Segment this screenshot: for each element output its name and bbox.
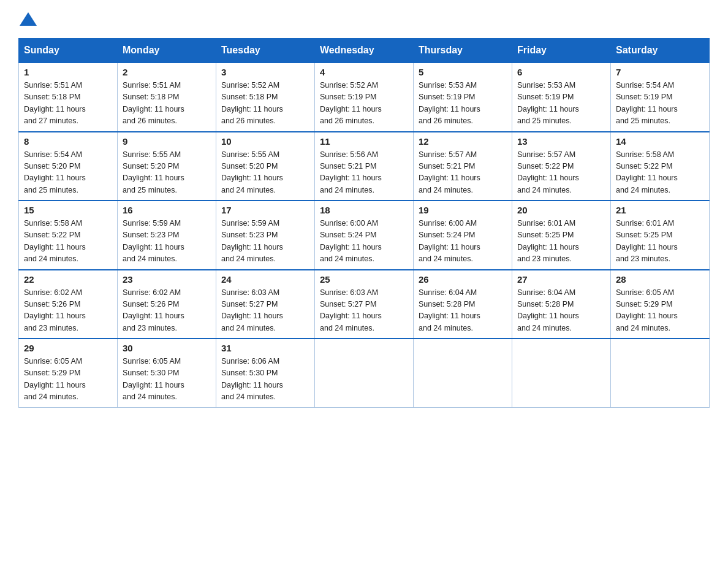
calendar-header: Sunday Monday Tuesday Wednesday Thursday… bbox=[19, 39, 710, 63]
day-number: 8 bbox=[24, 136, 112, 147]
day-info: Sunrise: 6:05 AMSunset: 5:29 PMDaylight:… bbox=[616, 288, 678, 332]
day-number: 6 bbox=[517, 67, 605, 77]
day-number: 7 bbox=[616, 67, 704, 77]
logo bbox=[18, 12, 38, 26]
day-number: 17 bbox=[221, 205, 309, 215]
cell-week4-day4: 26 Sunrise: 6:04 AMSunset: 5:28 PMDaylig… bbox=[414, 270, 512, 339]
cell-week1-day1: 2 Sunrise: 5:51 AMSunset: 5:18 PMDayligh… bbox=[118, 63, 216, 132]
cell-week4-day1: 23 Sunrise: 6:02 AMSunset: 5:26 PMDaylig… bbox=[118, 270, 216, 339]
day-info: Sunrise: 5:55 AMSunset: 5:20 PMDaylight:… bbox=[221, 150, 283, 194]
day-info: Sunrise: 5:51 AMSunset: 5:18 PMDaylight:… bbox=[123, 81, 184, 125]
day-info: Sunrise: 6:03 AMSunset: 5:27 PMDaylight:… bbox=[221, 288, 283, 332]
day-number: 18 bbox=[320, 205, 408, 215]
cell-week3-day4: 19 Sunrise: 6:00 AMSunset: 5:24 PMDaylig… bbox=[414, 201, 512, 270]
day-info: Sunrise: 6:01 AMSunset: 5:25 PMDaylight:… bbox=[616, 219, 678, 263]
day-number: 21 bbox=[616, 205, 704, 215]
header-row: Sunday Monday Tuesday Wednesday Thursday… bbox=[19, 39, 710, 63]
day-info: Sunrise: 6:00 AMSunset: 5:24 PMDaylight:… bbox=[320, 219, 382, 263]
cell-week2-day5: 13 Sunrise: 5:57 AMSunset: 5:22 PMDaylig… bbox=[512, 132, 611, 201]
cell-week2-day6: 14 Sunrise: 5:58 AMSunset: 5:22 PMDaylig… bbox=[611, 132, 710, 201]
cell-week5-day6 bbox=[611, 339, 710, 407]
day-info: Sunrise: 5:55 AMSunset: 5:20 PMDaylight:… bbox=[123, 150, 184, 194]
day-number: 23 bbox=[123, 274, 211, 285]
day-number: 27 bbox=[517, 274, 605, 285]
cell-week5-day5 bbox=[512, 339, 611, 407]
col-wednesday: Wednesday bbox=[315, 39, 414, 63]
cell-week5-day0: 29 Sunrise: 6:05 AMSunset: 5:29 PMDaylig… bbox=[19, 339, 118, 407]
cell-week4-day0: 22 Sunrise: 6:02 AMSunset: 5:26 PMDaylig… bbox=[19, 270, 118, 339]
cell-week3-day3: 18 Sunrise: 6:00 AMSunset: 5:24 PMDaylig… bbox=[315, 201, 414, 270]
cell-week3-day6: 21 Sunrise: 6:01 AMSunset: 5:25 PMDaylig… bbox=[611, 201, 710, 270]
day-info: Sunrise: 5:58 AMSunset: 5:22 PMDaylight:… bbox=[24, 219, 86, 263]
day-info: Sunrise: 5:59 AMSunset: 5:23 PMDaylight:… bbox=[123, 219, 184, 263]
cell-week1-day3: 4 Sunrise: 5:52 AMSunset: 5:19 PMDayligh… bbox=[315, 63, 414, 132]
day-info: Sunrise: 5:59 AMSunset: 5:23 PMDaylight:… bbox=[221, 219, 283, 263]
day-info: Sunrise: 5:52 AMSunset: 5:18 PMDaylight:… bbox=[221, 81, 283, 125]
cell-week1-day5: 6 Sunrise: 5:53 AMSunset: 5:19 PMDayligh… bbox=[512, 63, 611, 132]
col-friday: Friday bbox=[512, 39, 611, 63]
day-number: 5 bbox=[419, 67, 507, 77]
day-number: 12 bbox=[419, 136, 507, 147]
day-info: Sunrise: 6:04 AMSunset: 5:28 PMDaylight:… bbox=[517, 288, 579, 332]
col-saturday: Saturday bbox=[611, 39, 710, 63]
day-number: 11 bbox=[320, 136, 408, 147]
col-sunday: Sunday bbox=[19, 39, 118, 63]
day-number: 14 bbox=[616, 136, 704, 147]
calendar-table: Sunday Monday Tuesday Wednesday Thursday… bbox=[18, 38, 710, 408]
day-info: Sunrise: 5:52 AMSunset: 5:19 PMDaylight:… bbox=[320, 81, 382, 125]
col-monday: Monday bbox=[118, 39, 216, 63]
cell-week3-day5: 20 Sunrise: 6:01 AMSunset: 5:25 PMDaylig… bbox=[512, 201, 611, 270]
cell-week3-day1: 16 Sunrise: 5:59 AMSunset: 5:23 PMDaylig… bbox=[118, 201, 216, 270]
cell-week3-day0: 15 Sunrise: 5:58 AMSunset: 5:22 PMDaylig… bbox=[19, 201, 118, 270]
day-number: 16 bbox=[123, 205, 211, 215]
cell-week4-day3: 25 Sunrise: 6:03 AMSunset: 5:27 PMDaylig… bbox=[315, 270, 414, 339]
day-info: Sunrise: 5:54 AMSunset: 5:19 PMDaylight:… bbox=[616, 81, 678, 125]
col-tuesday: Tuesday bbox=[216, 39, 315, 63]
cell-week1-day6: 7 Sunrise: 5:54 AMSunset: 5:19 PMDayligh… bbox=[611, 63, 710, 132]
day-info: Sunrise: 6:01 AMSunset: 5:25 PMDaylight:… bbox=[517, 219, 579, 263]
week-row-1: 1 Sunrise: 5:51 AMSunset: 5:18 PMDayligh… bbox=[19, 63, 710, 132]
day-number: 31 bbox=[221, 343, 309, 353]
day-number: 24 bbox=[221, 274, 309, 285]
cell-week3-day2: 17 Sunrise: 5:59 AMSunset: 5:23 PMDaylig… bbox=[216, 201, 315, 270]
day-number: 1 bbox=[24, 67, 112, 77]
cell-week5-day1: 30 Sunrise: 6:05 AMSunset: 5:30 PMDaylig… bbox=[118, 339, 216, 407]
day-number: 29 bbox=[24, 343, 112, 353]
cell-week1-day0: 1 Sunrise: 5:51 AMSunset: 5:18 PMDayligh… bbox=[19, 63, 118, 132]
day-info: Sunrise: 6:06 AMSunset: 5:30 PMDaylight:… bbox=[221, 357, 283, 401]
day-number: 2 bbox=[123, 67, 211, 77]
day-info: Sunrise: 6:02 AMSunset: 5:26 PMDaylight:… bbox=[123, 288, 184, 332]
day-info: Sunrise: 6:05 AMSunset: 5:30 PMDaylight:… bbox=[123, 357, 184, 401]
day-info: Sunrise: 5:58 AMSunset: 5:22 PMDaylight:… bbox=[616, 150, 678, 194]
day-number: 26 bbox=[419, 274, 507, 285]
day-info: Sunrise: 6:03 AMSunset: 5:27 PMDaylight:… bbox=[320, 288, 382, 332]
day-info: Sunrise: 6:05 AMSunset: 5:29 PMDaylight:… bbox=[24, 357, 86, 401]
cell-week2-day2: 10 Sunrise: 5:55 AMSunset: 5:20 PMDaylig… bbox=[216, 132, 315, 201]
cell-week2-day0: 8 Sunrise: 5:54 AMSunset: 5:20 PMDayligh… bbox=[19, 132, 118, 201]
cell-week2-day3: 11 Sunrise: 5:56 AMSunset: 5:21 PMDaylig… bbox=[315, 132, 414, 201]
cell-week2-day1: 9 Sunrise: 5:55 AMSunset: 5:20 PMDayligh… bbox=[118, 132, 216, 201]
day-info: Sunrise: 5:56 AMSunset: 5:21 PMDaylight:… bbox=[320, 150, 382, 194]
cell-week4-day5: 27 Sunrise: 6:04 AMSunset: 5:28 PMDaylig… bbox=[512, 270, 611, 339]
day-number: 10 bbox=[221, 136, 309, 147]
cell-week1-day4: 5 Sunrise: 5:53 AMSunset: 5:19 PMDayligh… bbox=[414, 63, 512, 132]
cell-week4-day2: 24 Sunrise: 6:03 AMSunset: 5:27 PMDaylig… bbox=[216, 270, 315, 339]
day-number: 13 bbox=[517, 136, 605, 147]
logo-triangle-icon bbox=[20, 12, 37, 26]
day-info: Sunrise: 5:57 AMSunset: 5:22 PMDaylight:… bbox=[517, 150, 579, 194]
day-info: Sunrise: 5:53 AMSunset: 5:19 PMDaylight:… bbox=[517, 81, 579, 125]
day-info: Sunrise: 5:53 AMSunset: 5:19 PMDaylight:… bbox=[419, 81, 480, 125]
day-number: 19 bbox=[419, 205, 507, 215]
day-info: Sunrise: 5:51 AMSunset: 5:18 PMDaylight:… bbox=[24, 81, 86, 125]
day-number: 15 bbox=[24, 205, 112, 215]
cell-week1-day2: 3 Sunrise: 5:52 AMSunset: 5:18 PMDayligh… bbox=[216, 63, 315, 132]
week-row-2: 8 Sunrise: 5:54 AMSunset: 5:20 PMDayligh… bbox=[19, 132, 710, 201]
week-row-4: 22 Sunrise: 6:02 AMSunset: 5:26 PMDaylig… bbox=[19, 270, 710, 339]
day-info: Sunrise: 5:57 AMSunset: 5:21 PMDaylight:… bbox=[419, 150, 480, 194]
week-row-3: 15 Sunrise: 5:58 AMSunset: 5:22 PMDaylig… bbox=[19, 201, 710, 270]
day-number: 22 bbox=[24, 274, 112, 285]
calendar-body: 1 Sunrise: 5:51 AMSunset: 5:18 PMDayligh… bbox=[19, 63, 710, 407]
col-thursday: Thursday bbox=[414, 39, 512, 63]
day-info: Sunrise: 6:00 AMSunset: 5:24 PMDaylight:… bbox=[419, 219, 480, 263]
cell-week5-day3 bbox=[315, 339, 414, 407]
